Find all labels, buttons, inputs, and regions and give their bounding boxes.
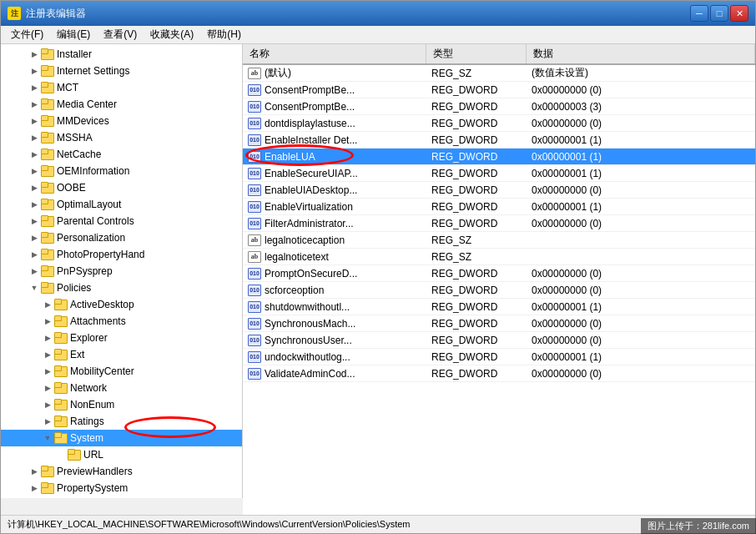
tree-item-attachments[interactable]: ▶Attachments	[1, 313, 242, 330]
expand-icon-optimal-layout[interactable]: ▶	[28, 198, 41, 211]
menu-edit[interactable]: 编辑(E)	[50, 26, 97, 43]
table-row[interactable]: 010EnableLUAREG_DWORD0x00000001 (1)	[243, 149, 755, 165]
title-bar: 注 注册表编辑器 ─ □ ✕	[1, 1, 755, 26]
expand-icon-ratings[interactable]: ▶	[41, 415, 54, 428]
tree-item-personalization[interactable]: ▶Personalization	[1, 229, 242, 246]
expand-icon-mmdevices[interactable]: ▶	[28, 114, 41, 128]
tree-panel-wrapper: ▶Installer▶Internet Settings▶MCT▶Media C…	[1, 44, 243, 515]
menu-help[interactable]: 帮助(H)	[200, 26, 248, 43]
table-row[interactable]: 010shutdownwithoutl...REG_DWORD0x0000000…	[243, 299, 755, 315]
expand-icon-oobe[interactable]: ▶	[28, 181, 41, 194]
tree-item-mct[interactable]: ▶MCT	[1, 79, 242, 96]
table-row[interactable]: 010SynchronousUser...REG_DWORD0x00000000…	[243, 332, 755, 349]
tree-item-parental-controls[interactable]: ▶Parental Controls	[1, 213, 242, 229]
tree-item-ratings[interactable]: ▶Ratings	[1, 413, 242, 430]
table-row[interactable]: 010ConsentPromptBe...REG_DWORD0x00000000…	[243, 82, 755, 98]
folder-icon-system	[54, 432, 68, 444]
table-row[interactable]: 010FilterAdministrator...REG_DWORD0x0000…	[243, 215, 755, 232]
expand-icon-personalization[interactable]: ▶	[28, 231, 41, 244]
tree-label-url: URL	[83, 449, 103, 461]
tree-item-oem-information[interactable]: ▶OEMInformation	[1, 163, 242, 179]
expand-icon-active-desktop[interactable]: ▶	[41, 298, 54, 311]
reg-icon-4: 010	[248, 134, 261, 146]
col-header-type[interactable]: 类型	[426, 44, 527, 63]
folder-icon-ext	[54, 349, 68, 360]
expand-icon-oem-information[interactable]: ▶	[28, 164, 41, 178]
tree-item-photo-property-hand[interactable]: ▶PhotoPropertyHand	[1, 246, 242, 263]
minimize-button[interactable]: ─	[690, 5, 708, 22]
expand-icon-photo-property-hand[interactable]: ▶	[28, 248, 41, 261]
expand-icon-mssha[interactable]: ▶	[28, 131, 41, 144]
tree-label-mct: MCT	[57, 82, 78, 93]
reg-icon-3: 010	[248, 118, 261, 129]
tree-item-installer[interactable]: ▶Installer	[1, 46, 242, 63]
tree-item-media-center[interactable]: ▶Media Center	[1, 96, 242, 113]
tree-item-internet-settings[interactable]: ▶Internet Settings	[1, 63, 242, 79]
tree-item-ext[interactable]: ▶Ext	[1, 346, 242, 363]
table-row[interactable]: 010ConsentPromptBe...REG_DWORD0x00000003…	[243, 98, 755, 115]
cell-data-12: 0x00000000 (0)	[527, 268, 755, 280]
expand-icon-pnpsysprep[interactable]: ▶	[28, 264, 41, 278]
tree-item-preview-handlers[interactable]: ▶PreviewHandlers	[1, 463, 242, 480]
table-row[interactable]: 010scforceoptionREG_DWORD0x00000000 (0)	[243, 282, 755, 299]
tree-label-network: Network	[70, 382, 107, 394]
menu-view[interactable]: 查看(V)	[97, 26, 144, 43]
expand-icon-parental-controls[interactable]: ▶	[28, 214, 41, 228]
menu-favorites[interactable]: 收藏夹(A)	[144, 26, 200, 43]
table-row[interactable]: 010ValidateAdminCod...REG_DWORD0x0000000…	[243, 365, 755, 382]
table-row[interactable]: 010EnableVirtualizationREG_DWORD0x000000…	[243, 199, 755, 215]
tree-item-property-system[interactable]: ▶PropertySystem	[1, 480, 242, 496]
tree-item-network[interactable]: ▶Network	[1, 380, 242, 396]
expand-icon-policies[interactable]: ▼	[28, 281, 41, 295]
expand-icon-explorer[interactable]: ▶	[41, 331, 54, 345]
expand-icon-mobility-center[interactable]: ▶	[41, 365, 54, 378]
expand-icon-preview-handlers[interactable]: ▶	[28, 465, 41, 478]
expand-icon-property-system[interactable]: ▶	[28, 481, 41, 495]
table-row[interactable]: 010EnableSecureUIAP...REG_DWORD0x0000000…	[243, 165, 755, 182]
cell-data-2: 0x00000003 (3)	[527, 101, 755, 113]
table-body[interactable]: ab(默认)REG_SZ(数值未设置)010ConsentPromptBe...…	[243, 65, 755, 515]
table-row[interactable]: ablegalnoticetextREG_SZ	[243, 249, 755, 265]
expand-icon-netcache[interactable]: ▶	[28, 148, 41, 161]
table-row[interactable]: 010EnableUIADesktop...REG_DWORD0x0000000…	[243, 182, 755, 199]
table-row[interactable]: ab(默认)REG_SZ(数值未设置)	[243, 65, 755, 82]
tree-item-url[interactable]: URL	[1, 446, 242, 463]
expand-icon-installer[interactable]: ▶	[28, 48, 41, 61]
table-row[interactable]: 010dontdisplaylastuse...REG_DWORD0x00000…	[243, 115, 755, 132]
expand-icon-nonenum[interactable]: ▶	[41, 398, 54, 411]
menu-file[interactable]: 文件(F)	[4, 26, 50, 43]
maximize-button[interactable]: □	[710, 5, 728, 22]
expand-icon-media-center[interactable]: ▶	[28, 98, 41, 111]
tree-item-optimal-layout[interactable]: ▶OptimalLayout	[1, 196, 242, 213]
tree-panel[interactable]: ▶Installer▶Internet Settings▶MCT▶Media C…	[1, 44, 243, 498]
col-header-name[interactable]: 名称	[243, 44, 426, 63]
expand-icon-internet-settings[interactable]: ▶	[28, 64, 41, 78]
tree-item-oobe[interactable]: ▶OOBE	[1, 179, 242, 196]
expand-icon-ext[interactable]: ▶	[41, 348, 54, 361]
tree-item-netcache[interactable]: ▶NetCache	[1, 146, 242, 163]
expand-icon-mct[interactable]: ▶	[28, 81, 41, 94]
expand-icon-attachments[interactable]: ▶	[41, 315, 54, 328]
tree-item-mssha[interactable]: ▶MSSHA	[1, 129, 242, 146]
tree-item-explorer[interactable]: ▶Explorer	[1, 330, 242, 346]
tree-item-mmdevices[interactable]: ▶MMDevices	[1, 113, 242, 129]
expand-icon-network[interactable]: ▶	[41, 381, 54, 395]
window-controls: ─ □ ✕	[690, 5, 748, 22]
expand-icon-system[interactable]: ▼	[41, 431, 54, 445]
close-button[interactable]: ✕	[730, 5, 748, 22]
tree-item-active-desktop[interactable]: ▶ActiveDesktop	[1, 296, 242, 313]
cell-type-11: REG_SZ	[426, 251, 527, 263]
tree-item-system[interactable]: ▼System	[1, 430, 242, 446]
tree-item-pnpsysprep[interactable]: ▶PnPSysprep	[1, 263, 242, 280]
table-row[interactable]: 010SynchronousMach...REG_DWORD0x00000000…	[243, 315, 755, 332]
expand-icon-url[interactable]	[54, 448, 68, 461]
reg-icon-0: ab	[248, 68, 261, 79]
table-row[interactable]: ablegalnoticecaptionREG_SZ	[243, 232, 755, 249]
table-row[interactable]: 010PromptOnSecureD...REG_DWORD0x00000000…	[243, 265, 755, 282]
tree-item-policies[interactable]: ▼Policies	[1, 280, 242, 296]
col-header-data[interactable]: 数据	[527, 44, 755, 63]
table-row[interactable]: 010EnableInstaller Det...REG_DWORD0x0000…	[243, 132, 755, 149]
tree-item-mobility-center[interactable]: ▶MobilityCenter	[1, 363, 242, 380]
table-row[interactable]: 010undockwithoutlog...REG_DWORD0x0000000…	[243, 349, 755, 365]
tree-item-nonenum[interactable]: ▶NonEnum	[1, 396, 242, 413]
